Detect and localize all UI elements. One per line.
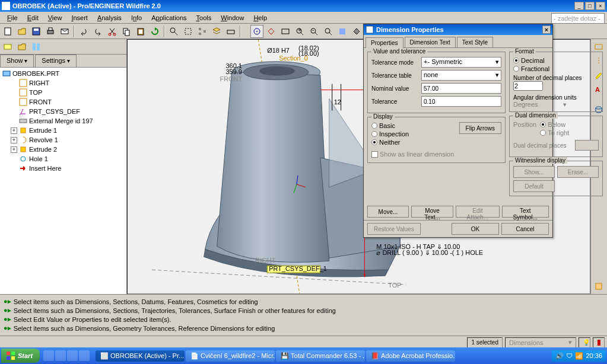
zoom-in-button[interactable]: - <box>307 25 320 38</box>
find-button[interactable] <box>167 25 180 38</box>
tree-item[interactable]: +Revolve 1 <box>1 135 125 145</box>
inspection-radio[interactable]: Inspection <box>371 130 409 138</box>
dialog-title-bar[interactable]: Dimension Properties × <box>364 24 552 35</box>
status-bar: 1 selected Dimensions▾ 💡 <box>0 336 607 349</box>
menu-applications[interactable]: Applications <box>147 13 191 23</box>
new-button[interactable] <box>1 25 14 38</box>
move-button[interactable]: Move... <box>367 206 409 218</box>
expand-icon[interactable]: + <box>11 127 17 134</box>
menu-analysis[interactable]: Analysis <box>93 13 126 23</box>
expand-icon[interactable]: + <box>11 137 17 143</box>
taskbar-task[interactable]: ⬜OBROBEK (Active) - Pr... <box>96 350 185 362</box>
taskbar-task[interactable]: 📄Cvičení 6_wildfire2 - Micr... <box>186 350 275 362</box>
menu-file[interactable]: File <box>2 13 23 23</box>
maximize-button[interactable]: □ <box>585 2 595 10</box>
tray-icon[interactable]: 🔊 <box>555 352 564 360</box>
ql-explorer-icon[interactable] <box>79 350 90 361</box>
basic-radio[interactable]: Basic <box>371 122 409 129</box>
view-mgr-button[interactable] <box>279 25 292 38</box>
menu-help[interactable]: Help <box>249 13 272 23</box>
info-button[interactable] <box>224 25 237 38</box>
tree-item[interactable]: Hole 1 <box>1 154 125 164</box>
menu-info[interactable]: Info <box>126 13 147 23</box>
tolerance-mode-select[interactable]: +- Symmetric▾ <box>421 57 501 68</box>
tree-item[interactable]: External Merge id 197 <box>1 116 125 126</box>
tree-item[interactable]: FRONT <box>1 97 125 107</box>
search-input[interactable] <box>551 13 605 24</box>
fractional-radio[interactable]: Fractional <box>513 65 599 72</box>
model-tree-button[interactable] <box>196 25 209 38</box>
sidebar-tool2[interactable] <box>15 40 28 53</box>
orient-button[interactable] <box>265 25 278 38</box>
save-button[interactable] <box>30 25 43 38</box>
tray-icon[interactable]: 📶 <box>575 352 583 360</box>
feature-icon <box>19 126 27 135</box>
svg-point-12 <box>170 28 175 33</box>
neither-radio[interactable]: Neither <box>371 139 409 146</box>
tree-root[interactable]: OBROBEK.PRT <box>1 69 125 78</box>
mail-button[interactable] <box>58 25 71 38</box>
tree-item[interactable]: Insert Here <box>1 164 125 173</box>
cut-button[interactable] <box>106 25 119 38</box>
redo-button[interactable] <box>91 25 104 38</box>
show-dropdown[interactable]: Show ▾ <box>0 55 34 67</box>
taskbar-task[interactable]: 💾Total Commander 6.53 - ... <box>276 350 365 362</box>
tree-item[interactable]: +Extrude 1 <box>1 126 125 135</box>
start-button[interactable]: Start <box>1 349 40 363</box>
copy-button[interactable] <box>120 25 133 38</box>
menu-view[interactable]: View <box>43 13 67 23</box>
zoom-out-button[interactable] <box>322 25 335 38</box>
cancel-button[interactable]: Cancel <box>501 223 549 235</box>
tolerance-input[interactable] <box>421 96 501 107</box>
tab-text-style[interactable]: Text Style <box>457 37 493 47</box>
minimize-button[interactable]: _ <box>574 2 584 10</box>
filter-select[interactable]: Dimensions▾ <box>505 337 576 348</box>
regen-button[interactable] <box>148 25 161 38</box>
tab-properties[interactable]: Properties <box>366 37 403 48</box>
tab-dimension-text[interactable]: Dimension Text <box>405 37 456 47</box>
menu-edit[interactable]: Edit <box>23 13 43 23</box>
tree-item[interactable]: +Extrude 2 <box>1 145 125 154</box>
shade-button[interactable] <box>350 25 363 38</box>
stop-icon[interactable] <box>593 337 605 348</box>
tolerance-table-select[interactable]: none▾ <box>421 70 501 81</box>
layers-button[interactable] <box>210 25 223 38</box>
refit-button[interactable]: + <box>293 25 306 38</box>
ql-desktop-icon[interactable] <box>55 350 66 361</box>
menu-tools[interactable]: Tools <box>192 13 217 23</box>
nominal-value-input[interactable] <box>421 83 501 94</box>
settings-dropdown[interactable]: Settings ▾ <box>35 55 77 67</box>
sidebar-tool3[interactable] <box>30 40 43 53</box>
tree-item[interactable]: TOP <box>1 88 125 97</box>
spin-center-button[interactable] <box>250 25 263 38</box>
model-tree[interactable]: OBROBEK.PRT RIGHT TOP FRONT PRT_CSYS_DEF… <box>0 68 126 294</box>
system-tray[interactable]: 🔊 🛡 📶 20:36 <box>552 350 606 362</box>
tray-icon[interactable]: 🛡 <box>566 352 573 359</box>
taskbar-task[interactable]: 📕Adobe Acrobat Professio... <box>366 350 455 362</box>
close-button[interactable]: × <box>596 2 605 10</box>
info-tool-button[interactable] <box>592 280 605 293</box>
menu-insert[interactable]: Insert <box>66 13 93 23</box>
dialog-close-button[interactable]: × <box>542 25 551 34</box>
svg-rect-71 <box>596 283 602 289</box>
paste-button[interactable] <box>134 25 147 38</box>
undo-button[interactable] <box>77 25 90 38</box>
print-button[interactable] <box>44 25 57 38</box>
decimal-places-input[interactable] <box>513 81 543 91</box>
tree-item[interactable]: RIGHT <box>1 78 125 88</box>
svg-rect-20 <box>282 29 289 34</box>
repaint-button[interactable] <box>336 25 349 38</box>
open-button[interactable] <box>15 25 28 38</box>
tree-item[interactable]: PRT_CSYS_DEF <box>1 107 125 116</box>
ok-button[interactable]: OK <box>452 223 499 235</box>
text-symbol-button[interactable]: Text Symbol... <box>502 206 549 218</box>
select-button[interactable] <box>182 25 195 38</box>
flip-arrows-button[interactable]: Flip Arrows <box>459 122 501 134</box>
ql-ie-icon[interactable] <box>43 350 54 361</box>
ql-mail-icon[interactable] <box>67 350 78 361</box>
expand-icon[interactable]: + <box>11 146 17 153</box>
move-text-button[interactable]: Move Text... <box>411 206 453 218</box>
sidebar-tool1[interactable] <box>1 40 14 53</box>
menu-window[interactable]: Window <box>216 13 249 23</box>
decimal-radio[interactable]: Decimal <box>513 57 599 64</box>
